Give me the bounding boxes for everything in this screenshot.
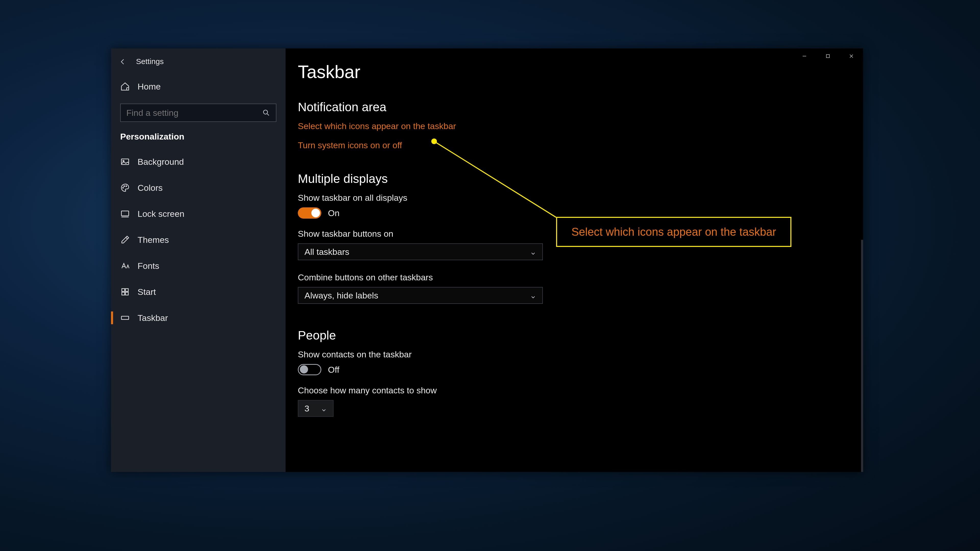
nav-label: Start — [138, 287, 156, 297]
nav-colors[interactable]: Colors — [111, 175, 286, 201]
home-icon — [120, 82, 130, 91]
dropdown-value: All taskbars — [304, 247, 349, 257]
svg-rect-11 — [121, 316, 129, 320]
search-input-container[interactable] — [120, 103, 277, 122]
search-wrap — [111, 103, 286, 122]
nav-start[interactable]: Start — [111, 279, 286, 305]
toggle-show-all-state: On — [328, 208, 339, 218]
dropdown-value: Always, hide labels — [304, 291, 378, 300]
picture-icon — [120, 157, 130, 167]
palette-icon — [120, 183, 130, 192]
dropdown-show-buttons[interactable]: All taskbars — [298, 243, 543, 260]
settings-window: Settings Home Personalization Background — [111, 48, 863, 472]
sidebar-section: Personalization — [111, 124, 286, 149]
svg-rect-7 — [122, 289, 124, 291]
nav-label: Themes — [138, 235, 169, 245]
nav-lock-screen[interactable]: Lock screen — [111, 201, 286, 227]
fonts-icon — [120, 261, 130, 271]
svg-point-5 — [126, 186, 127, 186]
nav-themes[interactable]: Themes — [111, 227, 286, 253]
nav-fonts[interactable]: Fonts — [111, 253, 286, 279]
nav-label: Colors — [138, 183, 162, 193]
nav-label: Lock screen — [138, 209, 184, 219]
chevron-down-icon — [530, 292, 536, 299]
nav-label: Taskbar — [138, 313, 168, 323]
callout-box: Select which icons appear on the taskbar — [556, 217, 791, 247]
chevron-down-icon — [321, 405, 327, 411]
label-show-all: Show taskbar on all displays — [298, 193, 863, 203]
svg-rect-12 — [826, 55, 829, 58]
svg-point-3 — [123, 187, 124, 188]
maximize-button[interactable] — [816, 48, 840, 64]
scrollbar[interactable] — [861, 240, 863, 472]
dropdown-combine[interactable]: Always, hide labels — [298, 287, 543, 304]
link-system-icons[interactable]: Turn system icons on or off — [298, 140, 863, 150]
section-notification: Notification area — [298, 100, 863, 114]
svg-rect-9 — [122, 292, 124, 295]
nav-label: Background — [138, 157, 184, 167]
app-title: Settings — [136, 57, 164, 66]
toggle-show-all[interactable] — [298, 207, 321, 219]
section-multiple-displays: Multiple displays — [298, 171, 863, 186]
content: Taskbar Notification area Select which i… — [286, 48, 863, 472]
themes-icon — [120, 235, 130, 245]
svg-rect-6 — [121, 211, 129, 216]
sidebar: Settings Home Personalization Background — [111, 48, 286, 472]
link-select-icons[interactable]: Select which icons appear on the taskbar — [298, 121, 863, 131]
dropdown-value: 3 — [304, 403, 309, 413]
toggle-show-contacts-row: Off — [298, 364, 863, 375]
close-button[interactable] — [840, 48, 863, 64]
chevron-down-icon — [530, 249, 536, 255]
taskbar-icon — [120, 313, 130, 323]
start-icon — [120, 287, 130, 297]
callout-text: Select which icons appear on the taskbar — [571, 225, 776, 238]
svg-rect-8 — [126, 289, 128, 291]
search-input[interactable] — [126, 108, 262, 118]
search-icon — [262, 109, 270, 117]
svg-rect-1 — [121, 159, 129, 165]
svg-point-4 — [124, 186, 124, 186]
toggle-show-contacts[interactable] — [298, 364, 321, 375]
titlebar — [793, 48, 863, 64]
nav-background[interactable]: Background — [111, 149, 286, 175]
lock-screen-icon — [120, 209, 130, 219]
section-people: People — [298, 328, 863, 342]
nav-taskbar[interactable]: Taskbar — [111, 305, 286, 331]
svg-point-0 — [263, 110, 267, 114]
svg-rect-10 — [126, 292, 128, 295]
nav-label: Fonts — [138, 261, 159, 271]
label-show-contacts: Show contacts on the taskbar — [298, 349, 863, 359]
dropdown-choose-count[interactable]: 3 — [298, 400, 334, 417]
callout-dot — [431, 138, 437, 144]
page-title: Taskbar — [298, 62, 863, 82]
label-choose-count: Choose how many contacts to show — [298, 386, 863, 395]
nav-label: Home — [138, 82, 161, 92]
back-icon[interactable] — [119, 58, 126, 65]
nav-home[interactable]: Home — [111, 73, 286, 100]
sidebar-header: Settings — [111, 53, 286, 70]
label-combine: Combine buttons on other taskbars — [298, 272, 863, 283]
minimize-button[interactable] — [793, 48, 816, 64]
toggle-show-contacts-state: Off — [328, 365, 339, 375]
